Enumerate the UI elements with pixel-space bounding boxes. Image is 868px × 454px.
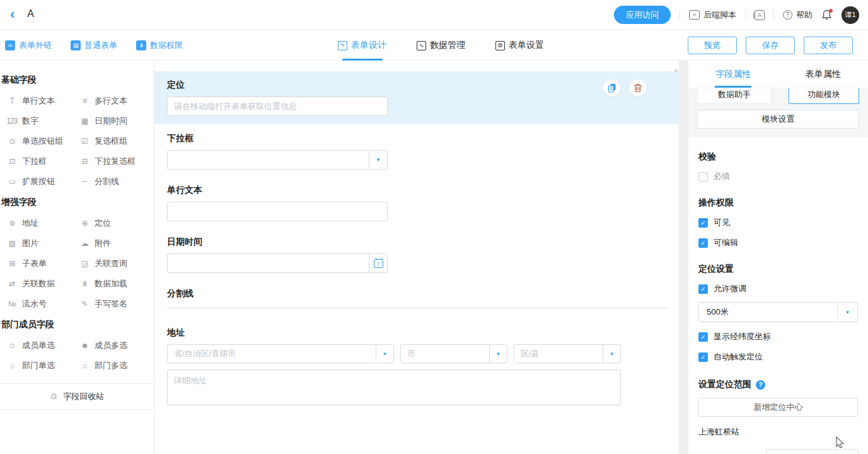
feature-link[interactable]: ▤ 普通表单 [71,40,117,51]
fine-tune-checkbox-row[interactable]: 允许微调 [698,283,858,294]
field-type-item[interactable]: ☺ 成员单选 [6,335,79,356]
app-access-button[interactable]: 应用访问 [614,6,671,24]
canvas-field-location[interactable]: 定位 [154,71,679,124]
field-type-item[interactable]: № 流水号 [6,294,79,314]
permissions-title: 操作权限 [698,197,858,209]
address-book-icon[interactable]: A [755,10,765,20]
app-title[interactable]: A [26,8,35,22]
field-type-icon: ⊚ [6,219,18,228]
field-type-item[interactable]: ✎ 手写签名 [79,294,151,314]
field-type-item[interactable]: ılı 数据加载 [79,274,151,294]
form-tab[interactable]: ∿ 数据管理 [417,30,465,61]
feature-link[interactable]: ∞ 表单外链 [5,40,52,51]
canvas-field-text[interactable]: 单行文本 [154,178,679,230]
range-select[interactable]: 500米 ▼ [698,302,858,322]
field-type-item[interactable]: ☁ 附件 [79,233,151,253]
tab-icon: ⚙ [495,41,505,50]
field-type-item[interactable]: T 单行文本 [6,91,79,111]
select-value [168,151,369,169]
layout-select-partial[interactable] [766,449,859,454]
field-type-item[interactable]: ⊡ 下拉框 [6,151,79,172]
copy-field-button[interactable] [603,79,620,96]
action-button[interactable]: 发布 [804,37,853,54]
checkbox-icon[interactable] [698,352,708,362]
field-type-item[interactable]: ≡ 多行文本 [79,91,151,111]
field-type-item[interactable]: ⊕ 定位 [79,213,151,233]
district-select[interactable]: 区/县 ▼ [514,344,621,363]
field-type-item[interactable]: ⌂ 部门多选 [79,356,151,376]
field-type-icon: ⌂ [79,361,90,370]
panel-tab[interactable]: 表单属性 [778,61,868,88]
checkbox-icon[interactable] [698,284,708,294]
divider [680,10,680,20]
datetime-picker[interactable]: 7 [167,253,388,273]
field-type-icon: ⊙ [6,137,18,146]
help-button[interactable]: ? 帮助 [783,9,813,21]
data-assistant-button[interactable]: 数据助手 [697,88,772,104]
field-type-item[interactable]: ╌ 分割线 [79,172,151,192]
field-label: 分割线 [167,288,666,300]
field-label: 单行文本 [167,185,666,196]
notification-bell-icon[interactable] [821,9,833,21]
field-type-item[interactable]: ☻ 成员多选 [79,335,151,356]
checkbox-icon[interactable] [698,238,708,248]
back-button[interactable]: ‹ [10,8,14,21]
field-type-item[interactable]: 123 数字 [6,111,79,131]
sidebar-section: 部门成员字段 ☺ 成员单选 ☻ 成员多选 [0,314,154,376]
delete-field-button[interactable] [629,79,646,96]
field-type-item[interactable]: ⊞ 子表单 [6,253,79,274]
field-type-item[interactable]: ⌂ 部门单选 [6,356,79,376]
field-type-item[interactable]: ⊚ 地址 [6,213,79,233]
feature-link[interactable]: ılı 数据权限 [136,40,183,51]
help-icon[interactable]: ? [756,380,765,390]
editable-checkbox-row[interactable]: 可编辑 [698,237,858,248]
field-type-icon: ⊟ [79,157,90,166]
auto-trigger-checkbox-row[interactable]: 自动触发定位 [698,351,858,363]
checkbox-icon[interactable] [698,332,708,342]
action-button[interactable]: 保存 [746,37,795,54]
module-settings-button[interactable]: 模块设置 [697,110,859,129]
address-selects: 省/自治区/直辖市 ▼ 市 ▼ 区/县 ▼ [167,344,666,363]
field-type-item[interactable]: ☑ 复选框组 [79,131,151,151]
checkbox-icon[interactable] [698,218,708,228]
section-title: 部门成员字段 [0,314,154,335]
validation-title: 校验 [698,151,858,163]
calendar-icon: 7 [374,259,383,268]
action-button[interactable]: 预览 [688,37,737,54]
canvas-field-datetime[interactable]: 日期时间 7 [154,230,679,282]
field-type-item[interactable]: ⇄ 关联数据 [6,274,79,294]
field-type-item[interactable]: ▧ 图片 [6,233,79,253]
canvas-field-select[interactable]: 下拉框 ▼ [154,127,679,178]
field-type-item[interactable]: ▦ 日期时间 [79,111,151,131]
field-type-item[interactable]: ▭ 扩展按钮 [6,172,79,192]
text-input[interactable] [167,202,388,221]
province-select[interactable]: 省/自治区/直辖市 ▼ [167,344,394,363]
field-label: 日期时间 [167,236,666,248]
canvas-field-address[interactable]: 地址 省/自治区/直辖市 ▼ 市 ▼ 区/县 ▼ [154,321,679,416]
field-type-item[interactable]: ◲ 关联查询 [79,253,151,274]
form-tab[interactable]: ✎ 表单设计 [338,30,386,61]
add-location-center-button[interactable]: 新增定位中心 [698,398,858,417]
panel-tab[interactable]: 字段属性 [688,61,778,88]
show-coords-checkbox-row[interactable]: 显示经纬度坐标 [698,331,858,342]
canvas-field-divider[interactable]: 分割线 [154,282,679,317]
required-checkbox-row[interactable]: 必填 [698,171,858,182]
city-select[interactable]: 市 ▼ [400,344,507,363]
divider [745,10,746,20]
select-dropdown[interactable]: ▼ [167,150,388,170]
field-type-icon: 123 [6,117,18,125]
visible-checkbox-row[interactable]: 可见 [698,217,858,228]
field-type-item[interactable]: ⊟ 下拉复选框 [79,151,151,172]
range-value: 500米 [699,303,837,322]
address-detail-textarea[interactable] [167,370,621,405]
location-input[interactable] [167,96,388,116]
field-type-item[interactable]: ⊙ 单选按钮组 [6,131,79,151]
datetime-value [168,254,369,272]
checkbox-icon[interactable] [698,172,708,182]
field-recycle-bin[interactable]: ♲ 字段回收站 [0,383,154,410]
properties-panel: 字段属性 表单属性 数据助手 功能模块 模块设置 校验 必填 [688,61,868,454]
form-tab[interactable]: ⚙ 表单设置 [495,30,544,61]
function-module-button[interactable]: 功能模块 [789,88,859,104]
avatar[interactable]: 谭1 [842,6,859,24]
backend-script-button[interactable]: ‹/› 后端脚本 [689,9,736,21]
